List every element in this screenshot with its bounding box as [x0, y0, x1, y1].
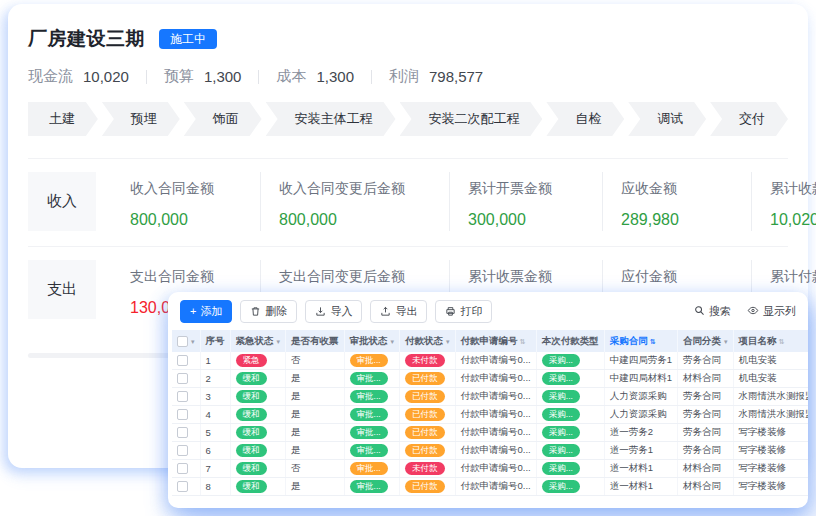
cell-project: 写字楼装修 — [733, 478, 808, 496]
delete-button[interactable]: 删除 — [240, 300, 297, 323]
row-checkbox[interactable] — [177, 427, 188, 438]
row-checkbox[interactable] — [177, 391, 188, 402]
select-all-checkbox[interactable] — [177, 336, 188, 347]
column-header-付款状态[interactable]: 付款状态▾ — [400, 330, 456, 352]
process-step-1[interactable]: 土建 — [28, 102, 98, 136]
table-row[interactable]: 8缓和是审批...已付款付款申请编号0...采购...道一材料1材料合同写字楼装… — [172, 478, 808, 496]
cell-project: 水雨情洪水测报监测 — [733, 406, 808, 424]
stat-column: 应收金额289,980 — [602, 172, 751, 231]
column-header-紧急状态[interactable]: 紧急状态▾ — [230, 330, 286, 352]
cell-category: 劳务合同 — [678, 424, 734, 442]
table-row[interactable]: 1紧急否审批...未付款付款申请编号0...采购...中建四局劳务1劳务合同机电… — [172, 352, 808, 370]
show-columns-button[interactable]: 显示列 — [747, 304, 796, 319]
cell-pay_type: 采购... — [536, 424, 604, 442]
column-header-是否有收票[interactable]: 是否有收票 — [286, 330, 345, 352]
cell-payment: 已付款 — [400, 442, 456, 460]
column-header-label: 采购合同 — [610, 335, 648, 346]
export-button[interactable]: 导出 — [370, 300, 427, 323]
column-header-select-all[interactable]: ▾ — [172, 330, 200, 352]
filter-chevron-icon[interactable]: ▾ — [446, 338, 450, 345]
cell-no: 8 — [200, 478, 230, 496]
column-header-项目名称[interactable]: 项目名称⇅ — [733, 330, 808, 352]
export-button-label: 导出 — [395, 306, 417, 317]
stat-column: 收入合同金额800,000 — [112, 172, 260, 231]
table-row[interactable]: 4缓和是审批...已付款付款申请编号0...采购...人力资源采购劳务合同水雨情… — [172, 406, 808, 424]
cell-request_no: 付款申请编号0... — [455, 370, 536, 388]
row-checkbox[interactable] — [177, 373, 188, 384]
stat-separator — [258, 70, 259, 84]
cell-select — [172, 406, 200, 424]
cell-pay_type: 采购... — [536, 460, 604, 478]
column-header-label: 紧急状态 — [236, 335, 274, 346]
row-checkbox[interactable] — [177, 463, 188, 474]
table-row[interactable]: 5缓和是审批...已付款付款申请编号0...采购...道一劳务2劳务合同写字楼装… — [172, 424, 808, 442]
table-row[interactable]: 2缓和是审批...已付款付款申请编号0...采购...中建四局材料1材料合同机电… — [172, 370, 808, 388]
cell-approval: 审批... — [344, 442, 400, 460]
import-button[interactable]: 导入 — [305, 300, 362, 323]
stat-column-value: 800,000 — [279, 211, 431, 229]
cell-category: 材料合同 — [678, 478, 734, 496]
column-header-序号[interactable]: 序号 — [200, 330, 230, 352]
row-checkbox[interactable] — [177, 445, 188, 456]
sort-icon[interactable]: ⇅ — [779, 337, 785, 345]
column-header-审批状态[interactable]: 审批状态▾ — [344, 330, 400, 352]
cell-no: 6 — [200, 442, 230, 460]
row-checkbox[interactable] — [177, 409, 188, 420]
process-step-2[interactable]: 预埋 — [102, 102, 180, 136]
status-pill: 审批... — [350, 408, 388, 422]
column-header-合同分类[interactable]: 合同分类▾ — [678, 330, 734, 352]
stat-label: 现金流 — [28, 67, 73, 86]
cell-payment: 已付款 — [400, 424, 456, 442]
section-label: 支出 — [28, 260, 96, 319]
page-title: 厂房建设三期 — [28, 26, 145, 52]
cell-payment: 已付款 — [400, 406, 456, 424]
column-header-采购合同[interactable]: 采购合同⇅ — [604, 330, 677, 352]
status-pill: 缓和 — [236, 462, 267, 476]
stat-item: 成本1,300 — [276, 67, 354, 86]
project-stats: 现金流10,020预算1,300成本1,300利润798,577 — [8, 52, 808, 86]
process-step-6[interactable]: 自检 — [546, 102, 624, 136]
cell-urgency: 缓和 — [230, 406, 286, 424]
row-checkbox[interactable] — [177, 355, 188, 366]
print-button-label: 打印 — [460, 306, 482, 317]
column-header-label: 序号 — [206, 335, 225, 346]
stat-value: 1,300 — [204, 68, 242, 85]
column-header-label: 合同分类 — [683, 335, 721, 346]
payment-table-panel: + 添加 删除 导入 导出 打印 搜索 显示列 — [168, 292, 808, 508]
print-button[interactable]: 打印 — [435, 300, 492, 323]
filter-chevron-icon[interactable]: ▾ — [724, 338, 728, 345]
filter-chevron-icon[interactable]: ▾ — [277, 338, 281, 345]
process-step-5[interactable]: 安装二次配工程 — [400, 102, 543, 136]
stat-column: 累计收款金额10,020 — [751, 172, 816, 231]
table-row[interactable]: 7缓和否审批...未付款付款申请编号0...采购...道一材料1材料合同写字楼装… — [172, 460, 808, 478]
add-button[interactable]: + 添加 — [180, 300, 232, 323]
table-row[interactable]: 6缓和是审批...已付款付款申请编号0...采购...道一劳务1劳务合同写字楼装… — [172, 442, 808, 460]
filter-chevron-icon[interactable]: ▾ — [391, 338, 395, 345]
column-header-本次付款类型[interactable]: 本次付款类型 — [536, 330, 604, 352]
stat-column: 收入合同变更后金额800,000 — [260, 172, 449, 231]
cell-approval: 审批... — [344, 352, 400, 370]
plus-icon: + — [190, 306, 196, 317]
cell-project: 写字楼装修 — [733, 442, 808, 460]
cell-request_no: 付款申请编号0... — [455, 388, 536, 406]
column-header-label: 付款状态 — [405, 335, 443, 346]
cell-approval: 审批... — [344, 478, 400, 496]
sort-icon[interactable]: ⇅ — [520, 337, 526, 345]
process-step-7[interactable]: 调试 — [628, 102, 706, 136]
cell-pay_type: 采购... — [536, 406, 604, 424]
import-icon — [315, 306, 326, 317]
column-header-付款申请编号[interactable]: 付款申请编号⇅ — [455, 330, 536, 352]
status-pill: 采购... — [542, 462, 580, 476]
table-row[interactable]: 3缓和是审批...已付款付款申请编号0...采购...人力资源采购劳务合同水雨情… — [172, 388, 808, 406]
cell-invoiced: 是 — [286, 406, 345, 424]
process-step-8[interactable]: 交付 — [710, 102, 788, 136]
status-pill: 审批... — [350, 390, 388, 404]
cell-project: 写字楼装修 — [733, 460, 808, 478]
search-button[interactable]: 搜索 — [694, 304, 731, 319]
cell-no: 2 — [200, 370, 230, 388]
row-checkbox[interactable] — [177, 481, 188, 492]
cell-payment: 未付款 — [400, 352, 456, 370]
sort-icon[interactable]: ⇅ — [650, 337, 656, 345]
process-step-3[interactable]: 饰面 — [184, 102, 262, 136]
process-step-4[interactable]: 安装主体工程 — [266, 102, 396, 136]
